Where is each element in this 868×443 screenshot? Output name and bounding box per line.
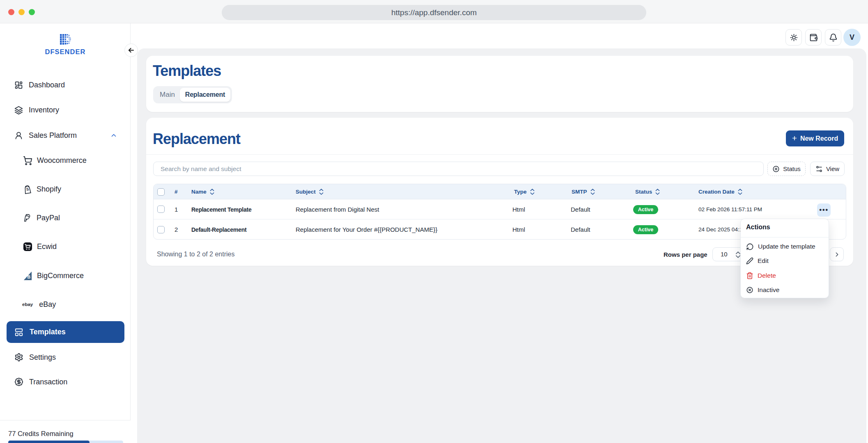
- svg-text:B: B: [28, 274, 31, 279]
- svg-text:S: S: [26, 187, 29, 192]
